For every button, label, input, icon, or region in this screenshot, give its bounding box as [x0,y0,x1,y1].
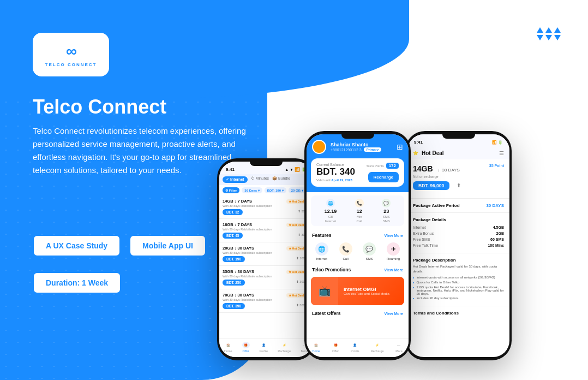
offers-header: Latest Offers View More [307,307,409,318]
usage-call: 📞 12 Min Call [355,199,364,223]
offers-view-more[interactable]: View More [385,312,404,316]
tri-6 [554,35,561,40]
list-item: 70GB ↓ 30 DAYS ★ Hot Deal ♡ With 30 days… [219,289,313,313]
pkg-days-icon: ↓ [437,168,440,173]
nav-home[interactable]: 🏠Home [224,342,232,353]
pkg-data: 20GB ↓ 30 DAYS [223,246,254,251]
recharge-button[interactable]: Recharge [368,172,399,182]
tri-2 [545,27,552,33]
filter-bar: ⚙ Filter 36 Days ▾ BDT: 190 ▾ 20 GB ▾ [219,185,313,195]
divider-2 [407,212,509,213]
phone-hot-deal: 9:41 📶 🔋 ⭐ Hot Deal ☰ [405,131,512,360]
description-title: Package Description [413,258,504,263]
promos-view-more[interactable]: View More [385,268,404,272]
pkg-price[interactable]: BDT. 45 [223,233,243,239]
tri-3 [554,27,561,33]
pkg-price[interactable]: BDT. 398 [223,303,245,309]
pkg-data: 35GB ↓ 30 DAYS [223,269,254,274]
logo-symbol: ∞ [66,43,76,60]
share-icon[interactable]: ⬆ [457,182,461,188]
page-title: Telco Connect [33,96,166,118]
home-header-top: Shahriar Shanto +880121290112 3 Primary … [312,140,403,154]
nav-home-2[interactable]: 🏠Home [312,342,320,353]
phone-home-dashboard: Shahriar Shanto +880121290112 3 Primary … [304,131,411,360]
user-info: Shahriar Shanto +880121290112 3 Primary [331,142,397,152]
package-description-section: Package Description Hot Deals Internet P… [407,256,509,304]
package-tabs: ✓ Internet ⏱ Minutes 📦 Bundle [219,174,313,185]
divider-1 [407,198,509,199]
internet-icon: 🌐 [326,199,335,207]
feature-sms-icon: 💬 [363,242,376,256]
tab-internet[interactable]: ✓ Internet [223,176,248,183]
phone-1-notch [250,162,283,166]
phone-3-signal: 📶 🔋 [492,140,503,145]
features-view-more[interactable]: View More [385,234,404,238]
pkg-note: Not on recharge [413,175,504,179]
logo-box: ∞ TELCO CONNECT [33,33,109,76]
balance-validity: Valid until April 19, 2023 [316,179,355,182]
promo-banner[interactable]: 📺 Internet OMG! Can YouTube and Social M… [311,277,404,305]
feature-roaming[interactable]: ✈ Roaming [382,242,404,260]
telco-points: Telco Points 172 [366,163,399,169]
nav-profile[interactable]: 👤Profile [260,342,268,353]
nav-recharge-2[interactable]: ⚡Recharge [371,342,384,353]
detail-extra-bonus: Extra Bonus 2GB [413,230,504,236]
tab-bundle[interactable]: 📦 Bundle [272,176,290,183]
primary-badge: Primary [364,147,381,152]
pkg-points: 35 Point [489,164,504,168]
user-name: Shahriar Shanto [331,142,397,147]
list-item: 35GB ↓ 30 DAYS ★ Hot Deal ♡ With 30 days… [219,266,313,289]
filter-chip-bdt[interactable]: BDT: 190 ▾ [265,187,286,193]
feature-call[interactable]: 📞 Call [335,242,357,260]
detail-internet: Internet 4.5GB [413,224,504,230]
internet-unit: GB [328,215,333,218]
active-period-row: Package Active Period 30 DAYS [407,201,509,210]
detail-talk-time: Free Talk Time 100 Mins [413,242,504,248]
pkg-price[interactable]: BDT. 190 [223,256,245,262]
nav-recharge[interactable]: ⚡Recharge [278,342,291,353]
promos-title: Telco Promotions [312,267,351,272]
divider-4 [407,306,509,306]
features-grid: 🌐 Internet 📞 Call 💬 SMS ✈ Roaming [307,240,409,264]
feature-sms[interactable]: 💬 SMS [359,242,381,260]
qr-icon[interactable]: ⊞ [397,143,403,151]
feature-internet-label: Internet [316,257,327,260]
sms-label: SMS [383,219,390,223]
promo-text: Internet OMG! Can YouTube and Social Med… [338,287,395,295]
tri-1 [537,27,543,33]
nav-offer[interactable]: 🎁Offer [242,342,250,353]
feature-sms-label: SMS [366,257,373,260]
balance-left: Current Balance BDT. 340 Valid until Apr… [316,163,355,182]
filter-chip-gb[interactable]: 20 GB ▾ [289,187,306,193]
pkg-price[interactable]: BDT. 32 [223,209,243,215]
nav-profile-2[interactable]: 👤Profile [351,342,359,353]
tri-5 [545,35,552,40]
tab-minutes[interactable]: ⏱ Minutes [251,176,269,183]
mobile-app-ui-button[interactable]: Mobile App UI [129,235,206,257]
feature-internet[interactable]: 🌐 Internet [311,242,333,260]
bullet-4: • Includes 30 day subscription. [413,296,504,300]
pkg-price[interactable]: BDT. 250 [223,280,245,286]
points-value: 172 [386,163,399,169]
balance-card: Current Balance BDT. 340 Valid until Apr… [311,158,404,187]
call-label: Call [357,219,362,223]
filter-chip-days[interactable]: 36 Days ▾ [242,187,262,193]
bullet-1: • Internet quota with access on all netw… [413,276,504,280]
avatar [312,140,326,154]
nav-offer-2[interactable]: 🎁Offer [332,342,339,353]
promo-title: Internet OMG! [344,287,389,292]
feature-call-icon: 📞 [339,242,352,256]
pkg-data: 14GB [413,164,433,173]
nav-more-2[interactable]: ⋯More [395,342,403,353]
pkg-price[interactable]: BDT. 96,000 [413,181,449,190]
ux-case-study-button[interactable]: A UX Case Study [33,235,121,257]
phone-1-screen: 9:41 ▲ ▼ 📶 🔋 ✓ Internet ⏱ Minutes 📦 Bund… [219,162,313,357]
balance-section: Current Balance BDT. 340 Valid until Apr… [307,158,409,192]
menu-icon[interactable]: ☰ [499,150,504,156]
feature-roaming-icon: ✈ [387,242,400,256]
cta-buttons-row: A UX Case Study Mobile App UI [33,235,206,257]
divider-3 [407,253,509,253]
filter-chip-main[interactable]: ⚙ Filter [223,187,239,193]
phones-container: 9:41 ▲ ▼ 📶 🔋 ✓ Internet ⏱ Minutes 📦 Bund… [217,55,588,371]
list-item: 14GB ↓ 7 DAYS ★ Hot Deal ♡ With 30 days … [219,195,313,219]
